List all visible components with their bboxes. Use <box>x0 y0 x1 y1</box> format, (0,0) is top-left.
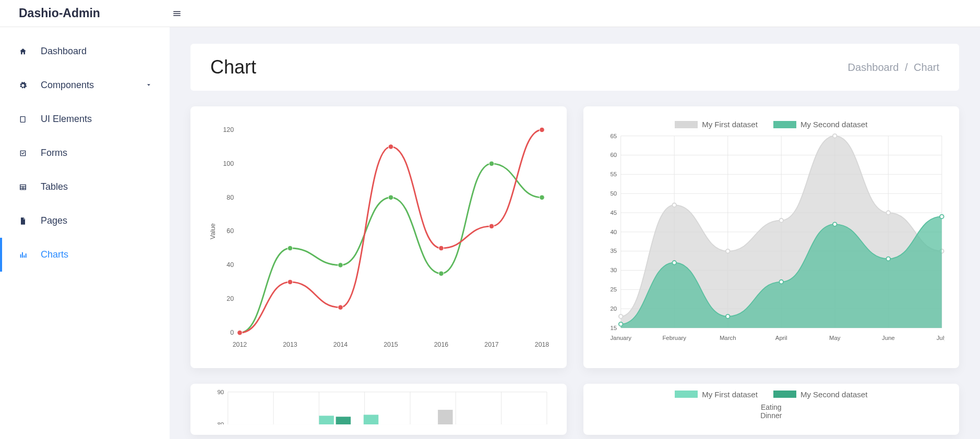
svg-text:2012: 2012 <box>233 341 247 348</box>
topbar: Dashio-Admin <box>0 0 980 27</box>
sidebar-item-label: Charts <box>41 249 68 260</box>
svg-text:15: 15 <box>610 325 617 331</box>
legend-item[interactable]: My First dataset <box>675 390 758 399</box>
radar-axis-labels: Eating Dinner <box>598 403 945 421</box>
svg-text:June: June <box>881 335 894 341</box>
svg-text:60: 60 <box>226 227 234 235</box>
legend-item[interactable]: My Second dataset <box>773 390 867 399</box>
svg-point-69 <box>832 134 836 138</box>
svg-text:March: March <box>719 335 736 341</box>
sidebar-item-pages[interactable]: Pages <box>0 204 170 238</box>
svg-text:30: 30 <box>610 267 617 273</box>
svg-text:April: April <box>775 335 787 341</box>
svg-text:100: 100 <box>223 160 234 167</box>
legend-swatch <box>773 391 796 398</box>
book-icon <box>19 115 29 124</box>
bar-chart-card: 8090 <box>190 384 567 435</box>
legend-item[interactable]: My Second dataset <box>773 120 867 129</box>
main-content: Chart Dashboard / Chart 020406080100120V… <box>170 27 980 439</box>
svg-text:January: January <box>610 335 631 341</box>
bar-chart-icon <box>19 251 29 259</box>
check-square-icon <box>19 149 29 157</box>
svg-text:May: May <box>829 335 841 341</box>
sidebar-item-tables[interactable]: Tables <box>0 170 170 204</box>
svg-point-66 <box>672 203 676 207</box>
svg-text:55: 55 <box>610 171 617 177</box>
svg-text:40: 40 <box>226 261 234 269</box>
page-header: Chart Dashboard / Chart <box>190 44 959 91</box>
svg-point-73 <box>672 261 676 265</box>
breadcrumb: Dashboard / Chart <box>848 62 939 74</box>
breadcrumb-item[interactable]: Dashboard <box>848 62 899 73</box>
svg-point-74 <box>725 314 730 319</box>
svg-text:2014: 2014 <box>333 341 348 348</box>
svg-text:80: 80 <box>226 194 234 201</box>
svg-text:35: 35 <box>610 248 617 254</box>
svg-text:20: 20 <box>610 306 617 312</box>
sidebar-item-components[interactable]: Components <box>0 68 170 102</box>
table-icon <box>19 183 29 191</box>
legend-label: My First dataset <box>702 390 758 399</box>
area-chart-legend: My First dataset My Second dataset <box>598 120 945 129</box>
svg-text:2013: 2013 <box>283 341 297 348</box>
menu-toggle-button[interactable] <box>170 6 184 21</box>
svg-text:July: July <box>936 335 945 341</box>
svg-point-75 <box>779 280 783 284</box>
sidebar-item-label: Forms <box>41 148 67 158</box>
line-chart: 020406080100120Value20122013201420152016… <box>205 120 552 358</box>
svg-point-68 <box>779 218 783 223</box>
legend-swatch <box>675 121 698 128</box>
area-chart-card: My First dataset My Second dataset 15202… <box>583 106 960 368</box>
sidebar-item-forms[interactable]: Forms <box>0 136 170 170</box>
svg-point-28 <box>540 127 544 132</box>
file-icon <box>19 217 29 225</box>
svg-point-67 <box>725 249 730 253</box>
svg-point-17 <box>338 263 343 267</box>
svg-text:60: 60 <box>610 152 617 158</box>
sidebar-item-dashboard[interactable]: Dashboard <box>0 34 170 68</box>
radar-chart-legend: My First dataset My Second dataset <box>598 390 945 399</box>
svg-point-22 <box>237 330 242 335</box>
svg-point-77 <box>886 257 890 261</box>
svg-text:40: 40 <box>610 229 617 235</box>
chevron-down-icon <box>146 80 152 91</box>
legend-swatch <box>675 391 698 398</box>
svg-text:45: 45 <box>610 210 617 216</box>
svg-point-19 <box>439 271 444 276</box>
svg-point-76 <box>832 222 836 226</box>
svg-point-24 <box>338 305 343 310</box>
svg-point-65 <box>618 314 623 319</box>
svg-rect-93 <box>364 414 378 424</box>
radar-axis-label: Eating <box>598 403 945 412</box>
svg-text:0: 0 <box>230 329 234 336</box>
legend-swatch <box>773 121 796 128</box>
svg-point-27 <box>489 224 494 228</box>
gears-icon <box>19 81 29 90</box>
breadcrumb-item: Chart <box>914 62 939 73</box>
legend-item[interactable]: My First dataset <box>675 120 758 129</box>
sidebar-item-label: Dashboard <box>41 46 87 57</box>
svg-point-25 <box>388 144 393 149</box>
brand-title: Dashio-Admin <box>0 6 170 20</box>
svg-point-20 <box>489 161 494 166</box>
svg-point-18 <box>388 195 393 200</box>
area-chart: 1520253035404550556065JanuaryFebruaryMar… <box>598 133 945 346</box>
svg-point-78 <box>940 215 944 219</box>
svg-rect-94 <box>438 410 452 424</box>
svg-text:80: 80 <box>217 421 224 424</box>
sidebar-item-ui-elements[interactable]: UI Elements <box>0 102 170 136</box>
sidebar-item-label: Tables <box>41 181 68 192</box>
svg-text:90: 90 <box>217 390 224 395</box>
bar-chart-partial: 8090 <box>205 390 552 424</box>
svg-text:2016: 2016 <box>434 341 449 348</box>
svg-text:65: 65 <box>610 133 617 139</box>
page-title: Chart <box>210 56 256 78</box>
svg-text:50: 50 <box>610 190 617 197</box>
svg-text:120: 120 <box>223 126 234 133</box>
svg-rect-91 <box>319 416 333 424</box>
sidebar-item-charts[interactable]: Charts <box>0 238 170 272</box>
legend-label: My Second dataset <box>800 390 867 399</box>
svg-text:2017: 2017 <box>484 341 499 348</box>
svg-point-70 <box>886 211 890 215</box>
svg-text:20: 20 <box>226 295 234 302</box>
